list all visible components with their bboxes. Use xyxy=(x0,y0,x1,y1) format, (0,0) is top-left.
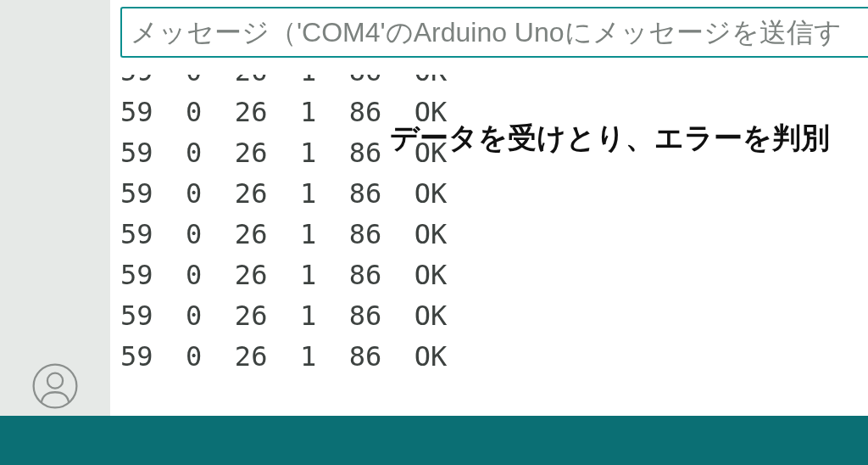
svg-point-1 xyxy=(47,373,63,389)
left-gutter xyxy=(0,0,110,416)
message-input-wrap xyxy=(120,7,868,58)
annotation-text: データを受けとり、エラーを判別 xyxy=(390,119,830,158)
user-avatar-icon xyxy=(31,361,80,411)
message-input[interactable] xyxy=(120,7,868,58)
svg-point-0 xyxy=(34,365,77,408)
serial-line: 59 0 26 1 86 OK xyxy=(120,173,447,214)
app-stage: 59 0 26 1 86 OK59 0 26 1 86 OK59 0 26 1 … xyxy=(0,0,868,465)
serial-line: 59 0 26 1 86 OK xyxy=(120,255,447,295)
serial-monitor-panel: 59 0 26 1 86 OK59 0 26 1 86 OK59 0 26 1 … xyxy=(110,0,868,416)
serial-line: 59 0 26 1 86 OK xyxy=(120,214,447,255)
footer-bar xyxy=(0,416,868,465)
serial-line: 59 0 26 1 86 OK xyxy=(120,336,447,377)
serial-line: 59 0 26 1 86 OK xyxy=(120,75,447,92)
serial-line: 59 0 26 1 86 OK xyxy=(120,295,447,336)
